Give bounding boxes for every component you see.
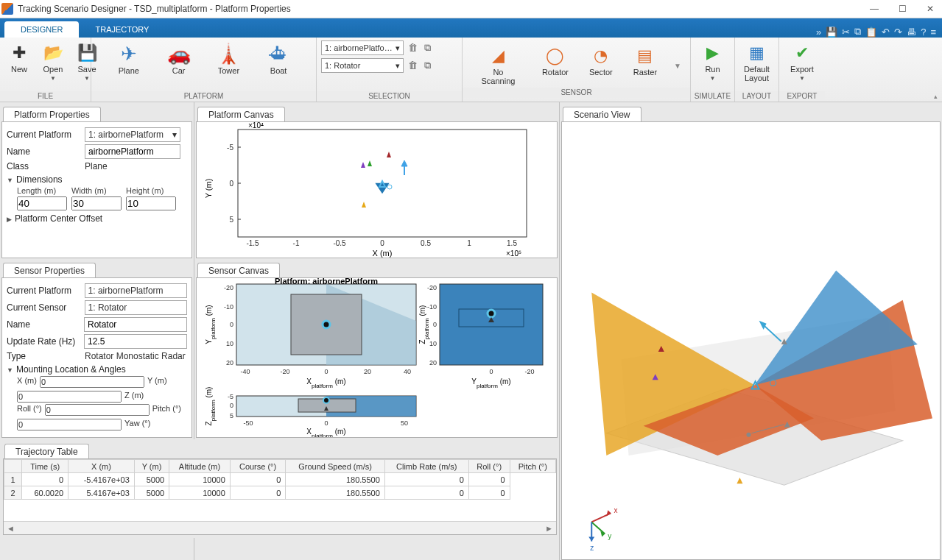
scenario-view-tab[interactable]: Scenario View	[563, 107, 642, 122]
plane-label: Plane	[119, 66, 139, 75]
rotator-button[interactable]: ◯Rotator	[538, 43, 572, 79]
xtick: -1.5	[246, 239, 259, 247]
sensor-name-field[interactable]	[84, 317, 187, 332]
sensor-canvas-plot[interactable]: Platform: airbornePlatform -20 -10 0 10 …	[197, 278, 558, 437]
qat-cut-icon[interactable]: ✂	[842, 26, 850, 38]
sensor-canvas-title: Platform: airbornePlatform	[275, 278, 378, 286]
platform-canvas-plot[interactable]: -5 0 5 -1.5 -1 -0.5 0 0.5 1 1.5	[197, 122, 558, 258]
qat-redo-icon[interactable]: ↷	[894, 26, 902, 38]
mount-roll-field[interactable]	[45, 404, 150, 416]
tab-trajectory[interactable]: TRAJECTORY	[79, 21, 165, 38]
svg-text:-20: -20	[224, 284, 233, 291]
name-field[interactable]	[85, 144, 180, 159]
xtick: -0.5	[333, 239, 346, 247]
qat-expand-icon[interactable]: »	[816, 26, 821, 38]
platform-properties-tab[interactable]: Platform Properties	[3, 107, 101, 122]
qat-help-icon[interactable]: ?	[921, 26, 926, 38]
mounting-header[interactable]: Mounting Location & Angles	[7, 364, 187, 375]
copy-platform-icon[interactable]: ⧉	[421, 42, 433, 54]
car-button[interactable]: 🚗Car	[162, 40, 196, 77]
sensor-properties-panel: Current Platform 1: airbornePlatform Cur…	[1, 277, 192, 438]
car-label: Car	[172, 66, 186, 75]
sensor-canvas-tab[interactable]: Sensor Canvas	[197, 263, 280, 278]
chevron-down-icon: ▾	[396, 61, 400, 71]
svg-text:0: 0	[230, 402, 233, 409]
qat-copy-icon[interactable]: ⧉	[854, 26, 861, 38]
platform-canvas-tab[interactable]: Platform Canvas	[197, 107, 285, 122]
svg-text:-20: -20	[427, 284, 437, 291]
mount-yaw-label: Yaw (°)	[124, 419, 150, 430]
update-rate-field[interactable]	[84, 334, 187, 349]
platform-select[interactable]: 1: airbornePlatfo…▾	[321, 40, 404, 55]
tower-label: Tower	[218, 66, 239, 75]
svg-text:5: 5	[230, 412, 233, 419]
sensor-canvas-panel[interactable]: Platform: airbornePlatform -20 -10 0 10 …	[196, 277, 558, 438]
sensor-zy-xlabel: Yplatform (m)	[471, 378, 510, 389]
height-field[interactable]	[126, 196, 176, 210]
tower-button[interactable]: 🗼Tower	[211, 40, 245, 77]
mount-x-label: X (m)	[17, 376, 37, 388]
export-button[interactable]: ✔Export▼	[787, 40, 818, 84]
length-field[interactable]	[17, 196, 67, 210]
qat-undo-icon[interactable]: ↶	[882, 26, 890, 38]
mount-pitch-field[interactable]	[17, 419, 122, 430]
width-field[interactable]	[71, 196, 122, 210]
scroll-right-icon[interactable]: ►	[545, 524, 553, 533]
svg-text:20: 20	[364, 368, 371, 375]
rotator-label: Rotator	[542, 68, 569, 77]
raster-button[interactable]: ▤Raster	[630, 43, 661, 79]
sens-current-platform-select[interactable]: 1: airbornePlatform	[85, 283, 187, 298]
center-offset-header[interactable]: Platform Center Offset	[7, 213, 187, 224]
sensor-name-label: Name	[7, 319, 80, 330]
table-cell: 0	[468, 473, 510, 486]
xtick: 0.5	[421, 239, 431, 247]
scenario-view-panel[interactable]: x y z	[561, 121, 941, 560]
run-button[interactable]: ▶Run▼	[698, 40, 728, 84]
sensor-select[interactable]: 1: Rotator▾	[321, 58, 404, 73]
dimensions-header[interactable]: Dimensions	[7, 174, 187, 185]
table-row[interactable]: 10-5.4167e+035000100000180.550000	[4, 473, 556, 486]
open-button[interactable]: 📂Open▼	[38, 40, 68, 84]
tab-designer[interactable]: DESIGNER	[4, 21, 79, 38]
horizontal-scrollbar[interactable]: ◄►	[4, 521, 556, 534]
platform-canvas-panel[interactable]: -5 0 5 -1.5 -1 -0.5 0 0.5 1 1.5	[196, 121, 558, 258]
table-row[interactable]: 260.00205.4167e+035000100000180.550000	[4, 486, 556, 500]
app-logo	[1, 3, 13, 15]
collapse-ribbon-icon[interactable]: ▴	[934, 93, 938, 100]
new-button[interactable]: ✚New	[4, 40, 34, 76]
delete-platform-icon[interactable]: 🗑	[407, 42, 418, 54]
mount-y-field[interactable]	[17, 391, 122, 403]
no-scanning-button[interactable]: ◢No Scanning	[471, 43, 525, 88]
sensor-properties-tab[interactable]: Sensor Properties	[3, 263, 96, 278]
trajectory-table-tab-main[interactable]: Trajectory Table	[4, 444, 89, 459]
svg-text:0: 0	[433, 321, 437, 328]
plane-button[interactable]: ✈Plane	[112, 40, 146, 77]
qat-menu-icon[interactable]: ≡	[930, 26, 936, 38]
svg-point-29	[488, 310, 495, 317]
qat-paste-icon[interactable]: 📋	[865, 26, 877, 38]
copy-sensor-icon[interactable]: ⧉	[421, 60, 433, 71]
current-sensor-select[interactable]: 1: Rotator	[85, 300, 187, 315]
open-icon: 📂	[43, 43, 63, 63]
delete-sensor-icon[interactable]: 🗑	[407, 60, 418, 71]
current-platform-select[interactable]: 1: airbornePlatform▾	[85, 127, 180, 142]
svg-text:0: 0	[489, 368, 493, 375]
boat-button[interactable]: ⛴Boat	[261, 40, 295, 77]
sensor-xy-ylabel: Yplatform (m)	[205, 305, 217, 344]
default-layout-button[interactable]: ▦Default Layout	[739, 40, 774, 85]
qat-print-icon[interactable]: 🖶	[907, 26, 916, 38]
chevron-down-icon[interactable]: ▼	[674, 62, 681, 70]
x-exp-label: ×10⁵	[506, 249, 521, 258]
sensor-zy-ylabel: Zplatform (m)	[418, 305, 430, 344]
scenario-3d-view[interactable]: x y z	[562, 122, 940, 559]
scroll-left-icon[interactable]: ◄	[7, 524, 15, 533]
close-button[interactable]: ✕	[923, 4, 938, 14]
y-exp-label: ×10⁴	[248, 122, 264, 130]
qat-save-icon[interactable]: 💾	[826, 26, 837, 38]
ytick: 0	[229, 180, 233, 188]
maximize-button[interactable]: ☐	[895, 4, 910, 14]
new-label: New	[11, 65, 27, 74]
minimize-button[interactable]: —	[867, 4, 882, 14]
mount-x-field[interactable]	[40, 376, 144, 388]
sector-button[interactable]: ◔Sector	[586, 43, 616, 79]
